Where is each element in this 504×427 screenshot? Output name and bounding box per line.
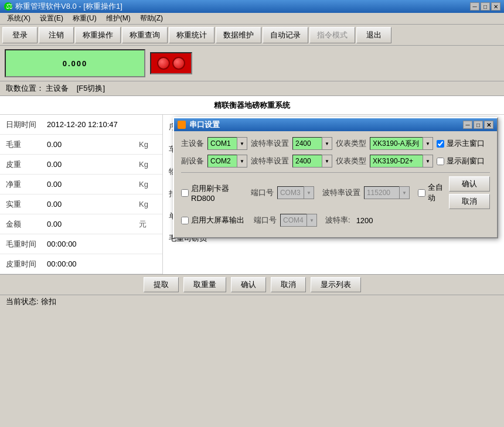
dialog-divider-1 xyxy=(181,172,490,173)
big-port-input[interactable] xyxy=(280,214,307,227)
sub-baud-combo[interactable]: ▼ xyxy=(292,155,332,168)
card-reader-label: 启用刷卡器RD800 xyxy=(191,183,241,203)
sub-instr-label: 仪表类型 xyxy=(336,156,366,166)
show-main-container[interactable]: 显示主窗口 xyxy=(437,138,485,149)
card-port-input[interactable] xyxy=(277,186,304,199)
dialog-title-bar: 串口设置 ─ □ ✕ xyxy=(174,118,497,131)
serial-port-dialog: 串口设置 ─ □ ✕ 主设备 ▼ 波特率设置 ▼ xyxy=(173,117,498,238)
sub-baud-input[interactable] xyxy=(292,155,322,168)
dialog-content: 主设备 ▼ 波特率设置 ▼ 仪表类型 ▼ 显示主窗口 xyxy=(174,131,497,237)
dialog-maximize-button[interactable]: □ xyxy=(474,121,483,129)
card-reader-row: 启用刷卡器RD800 端口号 ▼ 波特率设置 ▼ 全自动 确认 xyxy=(181,176,490,209)
main-device-row: 主设备 ▼ 波特率设置 ▼ 仪表类型 ▼ 显示主窗口 xyxy=(181,137,490,150)
dialog-ok-button[interactable]: 确认 xyxy=(449,176,490,192)
sub-device-dropdown[interactable]: ▼ xyxy=(237,155,247,168)
show-sub-container[interactable]: 显示副窗口 xyxy=(437,156,485,166)
card-reader-checkbox[interactable] xyxy=(181,189,189,197)
main-baud-dropdown[interactable]: ▼ xyxy=(322,137,332,150)
dialog-cancel-button[interactable]: 取消 xyxy=(449,194,490,209)
sub-baud-dropdown[interactable]: ▼ xyxy=(322,155,332,168)
main-instr-label: 仪表类型 xyxy=(336,138,366,149)
big-baud-label: 波特率: xyxy=(325,215,350,226)
big-port-label: 端口号 xyxy=(254,215,277,226)
main-baud-input[interactable] xyxy=(292,137,322,150)
big-port-combo[interactable]: ▼ xyxy=(280,214,317,227)
main-device-input[interactable] xyxy=(207,137,237,150)
sub-instr-dropdown[interactable]: ▼ xyxy=(423,155,433,168)
big-screen-label: 启用大屏幕输出 xyxy=(191,215,244,226)
sub-device-label: 副设备 xyxy=(181,156,204,166)
auto-label: 全自动 xyxy=(428,182,445,203)
card-reader-container[interactable]: 启用刷卡器RD800 xyxy=(181,183,241,203)
show-main-checkbox[interactable] xyxy=(437,140,444,148)
sub-device-row: 副设备 ▼ 波特率设置 ▼ 仪表类型 ▼ 显示副窗口 xyxy=(181,155,490,168)
sub-device-input[interactable] xyxy=(207,155,237,168)
card-baud-input[interactable] xyxy=(364,186,399,199)
show-sub-label: 显示副窗口 xyxy=(447,156,485,166)
card-port-dropdown[interactable]: ▼ xyxy=(304,186,314,199)
dialog-overlay: 串口设置 ─ □ ✕ 主设备 ▼ 波特率设置 ▼ xyxy=(0,0,504,427)
card-baud-label: 波特率设置 xyxy=(322,187,360,198)
big-baud-value: 1200 xyxy=(356,216,373,225)
auto-checkbox[interactable] xyxy=(418,189,425,197)
card-baud-combo[interactable]: ▼ xyxy=(364,186,410,199)
card-baud-dropdown[interactable]: ▼ xyxy=(399,186,410,199)
big-screen-checkbox[interactable] xyxy=(181,217,189,224)
sub-device-combo[interactable]: ▼ xyxy=(207,155,247,168)
big-screen-container[interactable]: 启用大屏幕输出 xyxy=(181,215,244,226)
main-instr-dropdown[interactable]: ▼ xyxy=(423,137,433,150)
big-port-dropdown[interactable]: ▼ xyxy=(307,214,317,227)
card-port-combo[interactable]: ▼ xyxy=(277,186,314,199)
sub-instr-combo[interactable]: ▼ xyxy=(370,155,433,168)
big-screen-row: 启用大屏幕输出 端口号 ▼ 波特率: 1200 xyxy=(181,214,490,227)
main-device-label: 主设备 xyxy=(181,138,204,149)
main-baud-label: 波特率设置 xyxy=(251,138,289,149)
card-port-label: 端口号 xyxy=(251,187,274,198)
show-sub-checkbox[interactable] xyxy=(437,158,444,165)
main-device-combo[interactable]: ▼ xyxy=(207,137,247,150)
dialog-title-text: 串口设置 xyxy=(189,119,463,130)
main-instr-combo[interactable]: ▼ xyxy=(370,137,433,150)
main-instr-input[interactable] xyxy=(370,137,423,150)
auto-container[interactable]: 全自动 xyxy=(418,182,445,203)
show-main-label: 显示主窗口 xyxy=(447,138,485,149)
dialog-icon xyxy=(178,121,186,129)
sub-baud-label: 波特率设置 xyxy=(251,156,289,166)
dialog-minimize-button[interactable]: ─ xyxy=(463,121,472,129)
main-baud-combo[interactable]: ▼ xyxy=(292,137,332,150)
main-device-dropdown[interactable]: ▼ xyxy=(237,137,247,150)
sub-instr-input[interactable] xyxy=(370,155,423,168)
dialog-close-button[interactable]: ✕ xyxy=(484,121,493,129)
